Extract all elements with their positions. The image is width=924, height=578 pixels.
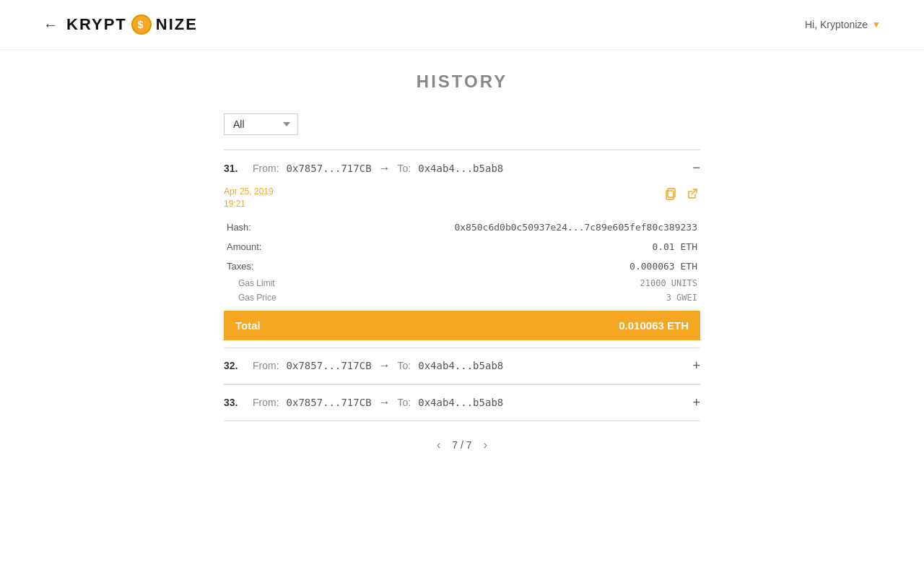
tx-31-header[interactable]: 31. From: 0x7857...717CB → To: 0x4ab4...… [224, 150, 700, 186]
user-greeting: Hi, Kryptonize [805, 19, 868, 30]
tx-31-to-label: To: [398, 163, 411, 174]
taxes-label: Taxes: [224, 256, 310, 276]
hash-label: Hash: [224, 217, 310, 237]
tx-32-from-address: 0x7857...717CB [287, 360, 372, 371]
tx-32-to-address: 0x4ab4...b5ab8 [418, 360, 503, 371]
back-button[interactable]: ← [43, 17, 58, 33]
tx-33-from-label: From: [253, 397, 279, 408]
header: ← KRYPT $ NIZE Hi, Kryptonize ▼ [0, 0, 924, 50]
pagination-info: 7 / 7 [452, 439, 471, 451]
tx-33-arrow-icon: → [379, 396, 391, 409]
tx-32-header-left: 32. From: 0x7857...717CB → To: 0x4ab4...… [224, 359, 503, 372]
filter-container: All Sent Received [224, 113, 700, 135]
gas-price-value: 3 GWEI [310, 290, 700, 305]
tx-33-to-address: 0x4ab4...b5ab8 [418, 397, 503, 408]
tx-33-header[interactable]: 33. From: 0x7857...717CB → To: 0x4ab4...… [224, 385, 700, 420]
header-left: ← KRYPT $ NIZE [43, 14, 198, 35]
tx-31-total-row: Total 0.010063 ETH [224, 311, 700, 340]
gas-price-label: Gas Price [224, 290, 310, 305]
table-row: Taxes: 0.000063 ETH [224, 256, 700, 276]
total-label: Total [235, 319, 261, 332]
pagination: ‹ 7 / 7 › [224, 421, 700, 459]
amount-label: Amount: [224, 237, 310, 256]
tx-33-to-label: To: [398, 397, 411, 408]
tx-33-header-left: 33. From: 0x7857...717CB → To: 0x4ab4...… [224, 396, 503, 409]
table-row: Gas Price 3 GWEI [224, 290, 700, 305]
tx-32-to-label: To: [398, 360, 411, 371]
tx-31-header-left: 31. From: 0x7857...717CB → To: 0x4ab4...… [224, 162, 503, 175]
logo-coin-icon: $ [131, 14, 152, 35]
total-value: 0.010063 ETH [619, 319, 689, 332]
tx-31-detail: Apr 25, 2019 19:21 [224, 186, 700, 348]
table-row: Gas Limit 21000 UNITS [224, 276, 700, 290]
page-title: HISTORY [224, 72, 700, 92]
tx-33-from-address: 0x7857...717CB [287, 397, 372, 408]
pagination-total: 7 [466, 439, 472, 451]
logo-text-before: KRYPT [66, 15, 127, 34]
tx-32-from-label: From: [253, 360, 279, 371]
tx-31-copy-icon[interactable] [663, 186, 679, 202]
pagination-next[interactable]: › [484, 439, 487, 452]
table-row: Hash: 0x850c6d0b0c50937e24...7c89e605fef… [224, 217, 700, 237]
tx-31-arrow-icon: → [379, 162, 391, 175]
tx-31-number: 31. [224, 163, 245, 174]
tx-31-from-label: From: [253, 163, 279, 174]
tx-31-info-table: Hash: 0x850c6d0b0c50937e24...7c89e605fef… [224, 217, 700, 305]
transaction-32: 32. From: 0x7857...717CB → To: 0x4ab4...… [224, 348, 700, 384]
user-menu-dropdown-arrow: ▼ [872, 20, 881, 30]
tx-31-date: Apr 25, 2019 19:21 [224, 186, 274, 210]
tx-33-number: 33. [224, 397, 245, 408]
tx-31-toggle[interactable]: − [692, 160, 700, 176]
pagination-prev[interactable]: ‹ [437, 439, 440, 452]
tx-31-from-address: 0x7857...717CB [287, 163, 372, 174]
tx-32-header[interactable]: 32. From: 0x7857...717CB → To: 0x4ab4...… [224, 348, 700, 384]
pagination-separator: / [461, 439, 466, 451]
tx-32-number: 32. [224, 360, 245, 371]
transaction-33: 33. From: 0x7857...717CB → To: 0x4ab4...… [224, 384, 700, 420]
tx-31-to-address: 0x4ab4...b5ab8 [418, 163, 503, 174]
transaction-31: 31. From: 0x7857...717CB → To: 0x4ab4...… [224, 150, 700, 348]
filter-select[interactable]: All Sent Received [224, 113, 298, 135]
logo: KRYPT $ NIZE [66, 14, 198, 35]
gas-limit-value: 21000 UNITS [310, 276, 700, 290]
main-content: HISTORY All Sent Received 31. From: 0x78… [209, 50, 715, 480]
tx-33-toggle[interactable]: + [692, 395, 700, 410]
gas-limit-label: Gas Limit [224, 276, 310, 290]
pagination-current: 7 [452, 439, 458, 451]
tx-31-meta-row: Apr 25, 2019 19:21 [224, 186, 700, 210]
tx-31-external-link-icon[interactable] [684, 186, 700, 202]
table-row: Amount: 0.01 ETH [224, 237, 700, 256]
logo-text-after: NIZE [156, 15, 198, 34]
hash-value: 0x850c6d0b0c50937e24...7c89e605fef80c389… [310, 217, 700, 237]
amount-value: 0.01 ETH [310, 237, 700, 256]
tx-31-icons [663, 186, 700, 202]
taxes-value: 0.000063 ETH [310, 256, 700, 276]
tx-32-toggle[interactable]: + [692, 358, 700, 374]
tx-32-arrow-icon: → [379, 359, 391, 372]
user-menu[interactable]: Hi, Kryptonize ▼ [805, 19, 881, 30]
